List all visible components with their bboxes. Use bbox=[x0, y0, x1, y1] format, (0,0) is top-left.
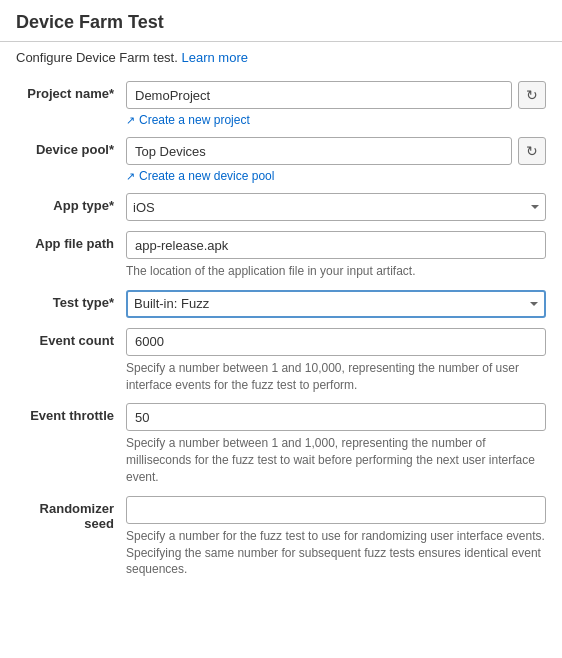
app-type-row: App type* iOS Android bbox=[16, 193, 546, 221]
event-throttle-input[interactable] bbox=[126, 403, 546, 431]
test-type-content: Built-in: Fuzz Built-in: Explorer Calaba… bbox=[126, 290, 546, 318]
test-type-select[interactable]: Built-in: Fuzz Built-in: Explorer Calaba… bbox=[126, 290, 546, 318]
event-count-content: Specify a number between 1 and 10,000, r… bbox=[126, 328, 546, 394]
project-name-label: Project name* bbox=[16, 81, 126, 101]
device-pool-content: ↻ ↗ Create a new device pool bbox=[126, 137, 546, 183]
event-throttle-content: Specify a number between 1 and 1,000, re… bbox=[126, 403, 546, 485]
event-count-label: Event count bbox=[16, 328, 126, 348]
event-throttle-label: Event throttle bbox=[16, 403, 126, 423]
create-project-link[interactable]: Create a new project bbox=[139, 113, 250, 127]
event-count-input-row bbox=[126, 328, 546, 356]
app-type-select[interactable]: iOS Android bbox=[126, 193, 546, 221]
refresh-icon-2: ↻ bbox=[526, 143, 538, 159]
app-file-path-row: App file path The location of the applic… bbox=[16, 231, 546, 280]
device-pool-input-row: ↻ bbox=[126, 137, 546, 165]
test-type-input-row: Built-in: Fuzz Built-in: Explorer Calaba… bbox=[126, 290, 546, 318]
event-throttle-input-row bbox=[126, 403, 546, 431]
event-count-help: Specify a number between 1 and 10,000, r… bbox=[126, 360, 546, 394]
project-name-input[interactable] bbox=[126, 81, 512, 109]
app-type-input-row: iOS Android bbox=[126, 193, 546, 221]
create-device-pool-link[interactable]: Create a new device pool bbox=[139, 169, 274, 183]
device-pool-input[interactable] bbox=[126, 137, 512, 165]
subtitle-text: Configure Device Farm test. bbox=[16, 50, 178, 65]
project-name-input-row: ↻ bbox=[126, 81, 546, 109]
event-count-row: Event count Specify a number between 1 a… bbox=[16, 328, 546, 394]
event-throttle-row: Event throttle Specify a number between … bbox=[16, 403, 546, 485]
app-file-path-content: The location of the application file in … bbox=[126, 231, 546, 280]
create-device-pool-link-row: ↗ Create a new device pool bbox=[126, 169, 546, 183]
project-name-refresh-button[interactable]: ↻ bbox=[518, 81, 546, 109]
app-type-content: iOS Android bbox=[126, 193, 546, 221]
create-project-link-row: ↗ Create a new project bbox=[126, 113, 546, 127]
app-type-label: App type* bbox=[16, 193, 126, 213]
page-title: Device Farm Test bbox=[0, 0, 562, 42]
device-pool-row: Device pool* ↻ ↗ Create a new device poo… bbox=[16, 137, 546, 183]
app-file-path-input[interactable] bbox=[126, 231, 546, 259]
randomizer-seed-row: Randomizer seed Specify a number for the… bbox=[16, 496, 546, 578]
randomizer-seed-input[interactable] bbox=[126, 496, 546, 524]
device-pool-refresh-button[interactable]: ↻ bbox=[518, 137, 546, 165]
test-type-label: Test type* bbox=[16, 290, 126, 310]
app-file-path-label: App file path bbox=[16, 231, 126, 251]
device-pool-label: Device pool* bbox=[16, 137, 126, 157]
app-file-path-help: The location of the application file in … bbox=[126, 263, 546, 280]
randomizer-seed-content: Specify a number for the fuzz test to us… bbox=[126, 496, 546, 578]
app-file-path-input-row bbox=[126, 231, 546, 259]
test-type-row: Test type* Built-in: Fuzz Built-in: Expl… bbox=[16, 290, 546, 318]
event-count-input[interactable] bbox=[126, 328, 546, 356]
randomizer-seed-input-row bbox=[126, 496, 546, 524]
learn-more-link[interactable]: Learn more bbox=[181, 50, 247, 65]
create-project-link-icon: ↗ bbox=[126, 114, 135, 127]
randomizer-seed-help: Specify a number for the fuzz test to us… bbox=[126, 528, 546, 578]
project-name-row: Project name* ↻ ↗ Create a new project bbox=[16, 81, 546, 127]
form-container: Project name* ↻ ↗ Create a new project D… bbox=[0, 73, 562, 604]
create-device-pool-link-icon: ↗ bbox=[126, 170, 135, 183]
project-name-content: ↻ ↗ Create a new project bbox=[126, 81, 546, 127]
subtitle-row: Configure Device Farm test. Learn more bbox=[0, 42, 562, 73]
refresh-icon: ↻ bbox=[526, 87, 538, 103]
event-throttle-help: Specify a number between 1 and 1,000, re… bbox=[126, 435, 546, 485]
randomizer-seed-label: Randomizer seed bbox=[16, 496, 126, 531]
